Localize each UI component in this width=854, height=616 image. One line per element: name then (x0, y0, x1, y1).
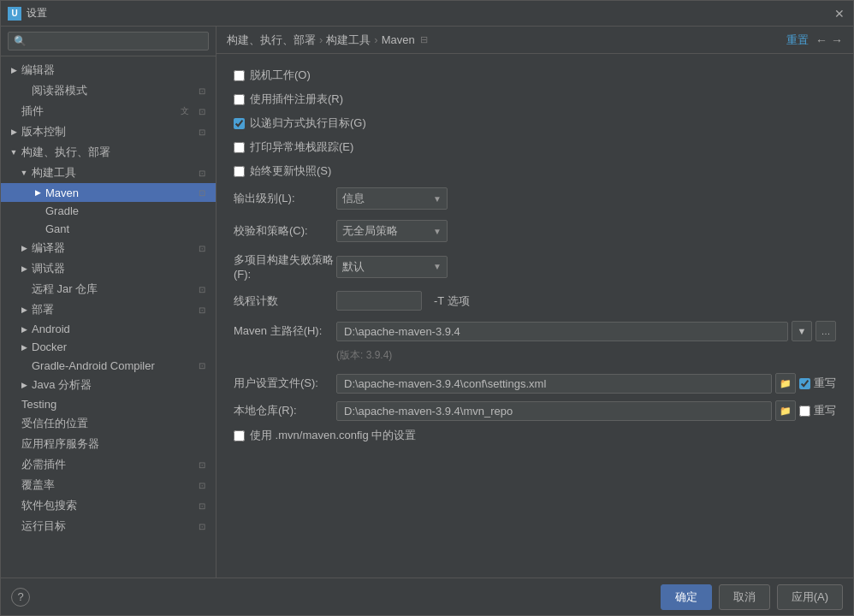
sidebar-item-required-plugins[interactable]: 必需插件 ⊡ (1, 454, 216, 475)
confirm-button[interactable]: 确定 (661, 584, 712, 610)
arrow-icon (32, 205, 44, 217)
sidebar-item-run-targets[interactable]: 运行目标 ⊡ (1, 516, 216, 536)
plugin-registry-checkbox[interactable] (234, 94, 245, 105)
sidebar-item-gant[interactable]: Gant (1, 220, 216, 238)
sidebar-item-docker[interactable]: ▶ Docker (1, 338, 216, 356)
user-settings-override-checkbox[interactable] (799, 378, 810, 389)
checkbox-use-mvn-config: 使用 .mvn/maven.config 中的设置 (234, 428, 836, 443)
check-policy-label: 校验和策略(C): (234, 223, 336, 239)
sidebar-item-reader-mode[interactable]: 阅读器模式 ⊡ (1, 80, 216, 101)
local-repo-override-checkbox[interactable] (799, 406, 810, 417)
sidebar-item-pkg-search[interactable]: 软件包搜索 ⊡ (1, 495, 216, 516)
page-icon: ⊡ (195, 478, 209, 492)
page-icon: ⊡ (195, 282, 209, 296)
offline-label[interactable]: 脱机工作(O) (250, 68, 311, 83)
maven-version-text: (版本: 3.9.4) (234, 348, 836, 363)
sidebar-item-label: 阅读器模式 (32, 83, 192, 98)
sidebar-item-build-tools[interactable]: ▼ 构建工具 ⊡ (1, 163, 216, 183)
always-update-checkbox[interactable] (234, 166, 245, 177)
sidebar-item-build-exec-deploy[interactable]: ▼ 构建、执行、部署 (1, 142, 216, 163)
maven-home-browse-btn[interactable]: … (815, 321, 836, 341)
user-settings-override-label[interactable]: 重写 (814, 376, 836, 391)
sidebar-item-compiler[interactable]: ▶ 编译器 ⊡ (1, 238, 216, 258)
sidebar-item-gradle[interactable]: Gradle (1, 202, 216, 220)
pin-icon: ⊟ (420, 34, 428, 45)
fail-policy-control: 默认 ▼ (336, 256, 448, 278)
cancel-button[interactable]: 取消 (719, 584, 770, 610)
local-repo-override-label[interactable]: 重写 (814, 403, 836, 418)
user-settings-browse-btn[interactable]: 📁 (775, 373, 796, 394)
sidebar-item-gradle-android-compiler[interactable]: Gradle-Android Compiler ⊡ (1, 356, 216, 375)
arrow-icon: ▶ (18, 323, 30, 335)
local-repo-override: 重写 (799, 403, 836, 418)
recursive-goals-checkbox[interactable] (234, 118, 245, 129)
sidebar-item-label: Testing (21, 398, 209, 411)
local-repo-input[interactable] (336, 401, 772, 421)
sidebar-item-coverage[interactable]: 覆盖率 ⊡ (1, 475, 216, 495)
page-icon: ⊡ (195, 241, 209, 255)
use-mvn-config-label[interactable]: 使用 .mvn/maven.config 中的设置 (250, 428, 416, 443)
arrow-icon (8, 500, 20, 512)
sidebar-item-version-control[interactable]: ▶ 版本控制 ⊡ (1, 121, 216, 142)
sidebar-item-app-servers[interactable]: 应用程序服务器 (1, 434, 216, 454)
title-bar: U 设置 ✕ (1, 1, 853, 27)
sidebar-item-label: 必需插件 (21, 457, 192, 472)
output-level-dropdown[interactable]: 信息 ▼ (336, 187, 448, 210)
page-icon: ⊡ (195, 519, 209, 533)
user-settings-input[interactable] (336, 374, 772, 394)
nav-tree: ▶ 编辑器 阅读器模式 ⊡ 插件 文 ⊡ ▶ 版本控 (1, 56, 216, 578)
sidebar-item-deploy[interactable]: ▶ 部署 ⊡ (1, 299, 216, 320)
apply-button[interactable]: 应用(A) (777, 584, 843, 610)
arrow-icon: ▶ (8, 126, 20, 138)
page-icon: ⊡ (195, 186, 209, 199)
breadcrumb-item-1: 构建、执行、部署 (227, 33, 316, 48)
maven-home-input[interactable] (336, 322, 788, 341)
check-policy-dropdown[interactable]: 无全局策略 ▼ (336, 220, 448, 242)
content-area: ▶ 编辑器 阅读器模式 ⊡ 插件 文 ⊡ ▶ 版本控 (1, 27, 853, 578)
sidebar: ▶ 编辑器 阅读器模式 ⊡ 插件 文 ⊡ ▶ 版本控 (1, 27, 216, 578)
sidebar-item-java-analysis[interactable]: ▶ Java 分析器 (1, 375, 216, 395)
print-stack-trace-label[interactable]: 打印异常堆栈跟踪(E) (250, 139, 353, 155)
offline-checkbox[interactable] (234, 70, 245, 81)
maven-home-dropdown-btn[interactable]: ▼ (792, 321, 812, 341)
fail-policy-dropdown[interactable]: 默认 ▼ (336, 256, 448, 278)
sidebar-item-label: 编译器 (32, 240, 192, 256)
checkbox-use-plugin-registry: 使用插件注册表(R) (234, 92, 836, 107)
sidebar-item-trusted-locations[interactable]: 受信任的位置 (1, 413, 216, 434)
forward-arrow[interactable]: → (831, 33, 843, 47)
arrow-icon: ▶ (18, 341, 30, 353)
sidebar-item-android[interactable]: ▶ Android (1, 320, 216, 338)
arrow-icon: ▶ (32, 187, 44, 198)
check-policy-value: 无全局策略 (342, 223, 398, 239)
output-level-control: 信息 ▼ (336, 187, 448, 210)
arrow-icon (8, 418, 20, 429)
arrow-icon: ▶ (8, 64, 20, 76)
search-input[interactable] (8, 32, 209, 50)
footer: ? 确定 取消 应用(A) (1, 578, 853, 615)
page-icon: ⊡ (195, 499, 209, 512)
sidebar-item-label: 覆盖率 (21, 477, 192, 493)
sidebar-item-debugger[interactable]: ▶ 调试器 (1, 258, 216, 279)
recursive-goals-label[interactable]: 以递归方式执行目标(G) (250, 116, 366, 131)
sidebar-item-label: 应用程序服务器 (21, 436, 209, 452)
always-update-label[interactable]: 始终更新快照(S) (250, 163, 331, 179)
sidebar-item-testing[interactable]: Testing (1, 395, 216, 413)
use-mvn-config-checkbox[interactable] (234, 430, 245, 441)
sidebar-item-label: Maven (45, 187, 192, 199)
plugin-registry-label[interactable]: 使用插件注册表(R) (250, 92, 343, 107)
arrow-icon-open: ▼ (8, 146, 20, 158)
sidebar-item-remote-jar[interactable]: 远程 Jar 仓库 ⊡ (1, 279, 216, 299)
reset-button[interactable]: 重置 (786, 33, 809, 48)
close-button[interactable]: ✕ (833, 7, 846, 21)
breadcrumb-item-2: 构建工具 (326, 33, 371, 48)
help-button[interactable]: ? (11, 588, 30, 607)
print-stack-trace-checkbox[interactable] (234, 142, 245, 153)
sidebar-item-maven[interactable]: ▶ Maven ⊡ (1, 183, 216, 202)
check-policy-row: 校验和策略(C): 无全局策略 ▼ (234, 220, 836, 242)
sidebar-item-editor[interactable]: ▶ 编辑器 (1, 60, 216, 80)
thread-count-input[interactable] (336, 291, 422, 311)
back-arrow[interactable]: ← (815, 33, 827, 47)
sidebar-item-label: 构建、执行、部署 (21, 145, 209, 160)
sidebar-item-plugins[interactable]: 插件 文 ⊡ (1, 101, 216, 121)
local-repo-browse-btn[interactable]: 📁 (775, 400, 796, 421)
